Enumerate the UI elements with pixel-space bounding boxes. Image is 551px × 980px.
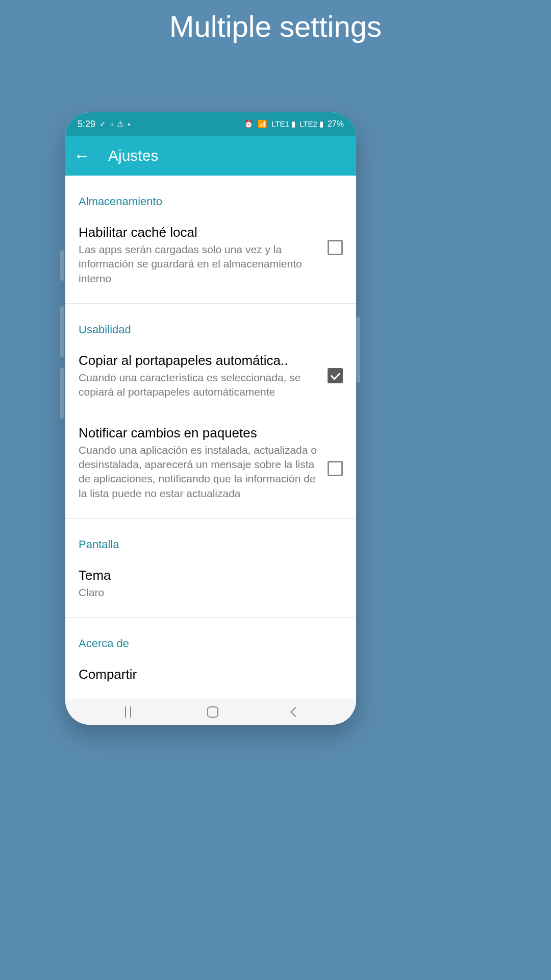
setting-cache-text: Habilitar caché local Las apps serán car… xyxy=(79,225,328,286)
setting-theme[interactable]: Tema Claro xyxy=(65,559,356,611)
settings-content: Almacenamiento Habilitar caché local Las… xyxy=(65,176,356,699)
warning-icon: ⚠ xyxy=(117,119,123,129)
checkbox-notify[interactable] xyxy=(328,461,343,476)
setting-theme-title: Tema xyxy=(79,568,335,583)
phone-volume-down xyxy=(60,368,64,419)
checkbox-clipboard[interactable] xyxy=(328,368,343,383)
section-header-storage: Almacenamiento xyxy=(65,176,356,216)
setting-cache-desc: Las apps serán cargadas solo una vez y l… xyxy=(79,242,319,286)
phone-power-button xyxy=(356,316,360,383)
wifi-icon: 📶 xyxy=(258,119,267,129)
checkbox-cache[interactable] xyxy=(328,240,343,255)
setting-cache-title: Habilitar caché local xyxy=(79,225,319,240)
phone-volume-up xyxy=(60,306,64,357)
setting-cache[interactable]: Habilitar caché local Las apps serán car… xyxy=(65,216,356,297)
phone-frame: 5:29 ✓ ▫ ⚠ • ⏰ 📶 LTE1 ▮ LTE2 ▮ 27% ← Aju… xyxy=(65,112,356,725)
status-time: 5:29 xyxy=(78,119,95,130)
signal-1-icon: LTE1 ▮ xyxy=(271,119,295,129)
section-header-about: Acerca de xyxy=(65,618,356,658)
nav-home-icon[interactable] xyxy=(207,706,218,718)
setting-notify[interactable]: Notificar cambios en paquetes Cuando una… xyxy=(65,411,356,512)
app-bar: ← Ajustes xyxy=(65,136,356,176)
setting-notify-text: Notificar cambios en paquetes Cuando una… xyxy=(79,425,328,501)
alarm-icon: ⏰ xyxy=(244,119,254,129)
setting-clipboard-title: Copiar al portapapeles automática.. xyxy=(79,353,319,369)
setting-notify-desc: Cuando una aplicación es instalada, actu… xyxy=(79,443,319,501)
section-header-display: Pantalla xyxy=(65,519,356,559)
setting-clipboard-text: Copiar al portapapeles automática.. Cuan… xyxy=(79,353,328,400)
back-arrow-icon[interactable]: ← xyxy=(73,146,90,165)
app-bar-title: Ajustes xyxy=(108,147,158,164)
setting-share[interactable]: Compartir xyxy=(65,658,356,696)
app-icon: ▫ xyxy=(110,120,113,129)
setting-share-text: Compartir xyxy=(79,667,343,684)
setting-theme-text: Tema Claro xyxy=(79,568,343,600)
phone-side-button xyxy=(60,250,64,281)
setting-clipboard[interactable]: Copiar al portapapeles automática.. Cuan… xyxy=(65,345,356,411)
battery-percent: 27% xyxy=(328,119,344,129)
setting-theme-value: Claro xyxy=(79,585,335,600)
nav-recent-icon[interactable] xyxy=(122,706,134,718)
status-right: ⏰ 📶 LTE1 ▮ LTE2 ▮ 27% xyxy=(244,119,344,129)
setting-clipboard-desc: Cuando una característica es seleccionad… xyxy=(79,371,319,400)
setting-notify-title: Notificar cambios en paquetes xyxy=(79,425,319,441)
dot-icon: • xyxy=(128,120,130,129)
status-left: 5:29 ✓ ▫ ⚠ • xyxy=(78,119,131,130)
setting-share-title: Compartir xyxy=(79,667,335,682)
section-header-usability: Usabilidad xyxy=(65,304,356,345)
checkmark-icon: ✓ xyxy=(99,119,106,129)
signal-2-icon: LTE2 ▮ xyxy=(299,119,323,129)
nav-bar xyxy=(65,699,356,725)
nav-back-icon[interactable] xyxy=(290,707,300,717)
page-heading: Multiple settings xyxy=(0,0,551,43)
status-bar: 5:29 ✓ ▫ ⚠ • ⏰ 📶 LTE1 ▮ LTE2 ▮ 27% xyxy=(65,112,356,136)
